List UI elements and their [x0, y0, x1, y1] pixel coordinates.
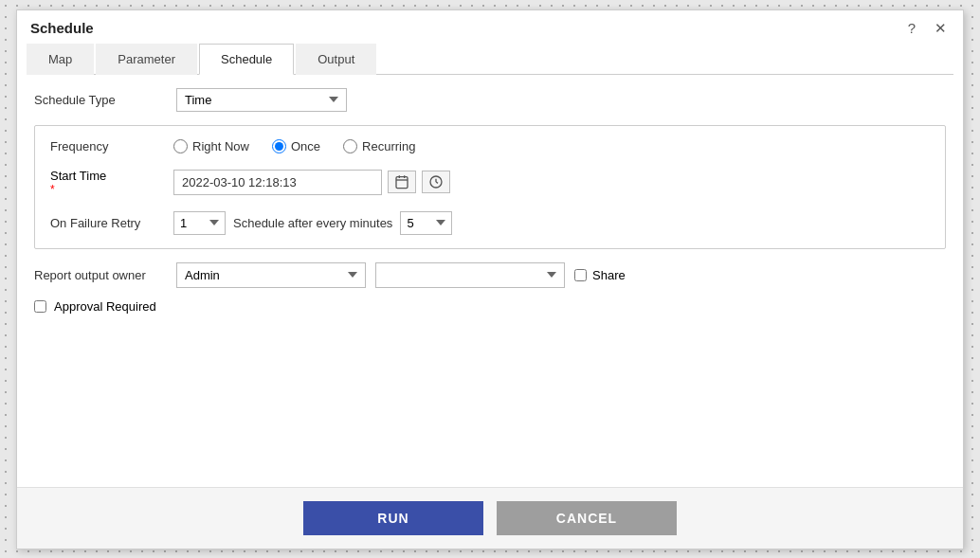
- tab-schedule[interactable]: Schedule: [199, 44, 294, 75]
- radio-once-label: Once: [291, 139, 320, 153]
- failure-retry-row: On Failure Retry 12345 Schedule after ev…: [50, 211, 930, 235]
- cancel-button[interactable]: CANCEL: [497, 501, 677, 535]
- clock-icon: [428, 174, 444, 189]
- svg-rect-0: [396, 177, 408, 189]
- dialog-body: Schedule Type Time Frequency Right Now O…: [17, 75, 963, 487]
- share-checkbox[interactable]: [574, 269, 587, 281]
- approval-checkbox[interactable]: [34, 300, 46, 313]
- share-label: Share: [592, 268, 626, 282]
- tab-parameter[interactable]: Parameter: [96, 44, 197, 75]
- radio-recurring-label: Recurring: [362, 139, 415, 153]
- required-star: *: [50, 183, 173, 196]
- calendar-icon: [394, 174, 409, 189]
- radio-once[interactable]: Once: [272, 139, 320, 153]
- start-time-input[interactable]: [173, 170, 382, 195]
- titlebar: Schedule ? ✕: [17, 10, 963, 43]
- radio-recurring-input[interactable]: [343, 139, 357, 153]
- report-owner-label: Report output owner: [34, 268, 176, 282]
- tab-map[interactable]: Map: [27, 44, 94, 75]
- titlebar-icons: ? ✕: [902, 20, 950, 37]
- start-time-row: Start Time *: [50, 169, 930, 196]
- approval-label: Approval Required: [54, 299, 156, 314]
- frequency-panel: Frequency Right Now Once Recurring: [34, 125, 946, 249]
- failure-retry-label: On Failure Retry: [50, 216, 173, 230]
- start-time-label: Start Time: [50, 169, 173, 183]
- report-owner-select[interactable]: Admin: [176, 262, 366, 288]
- radio-right-now-input[interactable]: [173, 139, 188, 153]
- run-button[interactable]: RUN: [303, 501, 483, 535]
- close-icon[interactable]: ✕: [931, 20, 950, 37]
- approval-row: Approval Required: [34, 299, 946, 314]
- start-time-wrapper: [173, 170, 450, 195]
- retry-interval-text: Schedule after every minutes: [233, 216, 392, 230]
- frequency-radio-group: Right Now Once Recurring: [173, 139, 415, 153]
- radio-right-now[interactable]: Right Now: [173, 139, 249, 153]
- frequency-label: Frequency: [50, 139, 173, 153]
- schedule-dialog: Schedule ? ✕ Map Parameter Schedule Outp…: [16, 9, 964, 549]
- report-owner-row: Report output owner Admin Share: [34, 262, 946, 288]
- clock-icon-button[interactable]: [422, 171, 450, 193]
- interval-value-select[interactable]: 12345101530: [400, 211, 452, 235]
- dialog-title: Schedule: [30, 20, 94, 36]
- calendar-icon-button[interactable]: [388, 171, 416, 193]
- tabs-bar: Map Parameter Schedule Output: [27, 43, 953, 75]
- secondary-owner-select[interactable]: [375, 262, 565, 288]
- start-time-label-group: Start Time *: [50, 169, 173, 196]
- retry-group: 12345 Schedule after every minutes 12345…: [173, 211, 452, 235]
- retry-value-select[interactable]: 12345: [173, 211, 226, 235]
- share-group: Share: [574, 268, 626, 282]
- schedule-type-label: Schedule Type: [34, 93, 176, 107]
- radio-right-now-label: Right Now: [192, 139, 249, 153]
- schedule-type-select[interactable]: Time: [176, 88, 347, 112]
- help-icon[interactable]: ?: [902, 20, 921, 36]
- dialog-footer: RUN CANCEL: [17, 487, 963, 549]
- tab-output[interactable]: Output: [296, 44, 376, 75]
- svg-line-6: [436, 182, 438, 183]
- frequency-row: Frequency Right Now Once Recurring: [50, 139, 930, 153]
- radio-recurring[interactable]: Recurring: [343, 139, 415, 153]
- schedule-type-row: Schedule Type Time: [34, 88, 946, 112]
- radio-once-input[interactable]: [272, 139, 286, 153]
